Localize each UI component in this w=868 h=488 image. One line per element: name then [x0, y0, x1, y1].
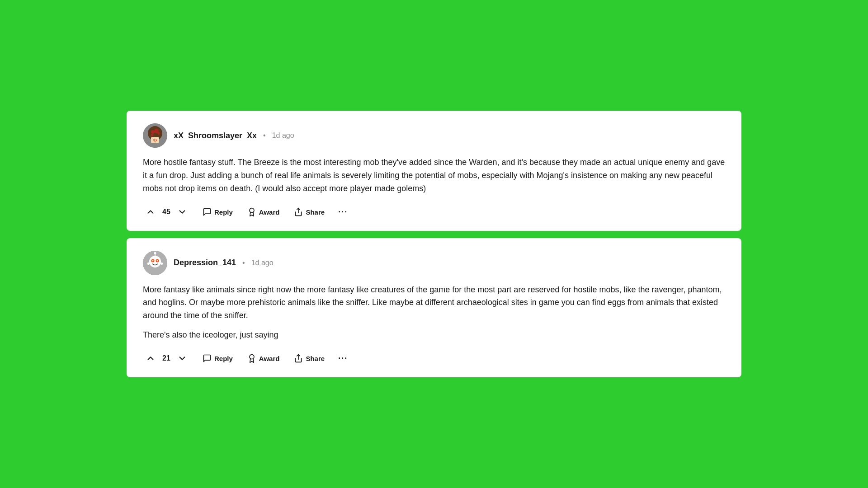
- timestamp-2: 1d ago: [251, 259, 274, 267]
- comment-text-2b: There's also the iceologer, just saying: [143, 328, 725, 342]
- upvote-button-2[interactable]: [143, 351, 158, 366]
- username-1: xX_Shroomslayer_Xx: [174, 131, 257, 141]
- actions-2: 21 Reply Award: [143, 351, 725, 366]
- award-button-2[interactable]: Award: [242, 351, 285, 366]
- svg-point-8: [250, 208, 254, 213]
- share-label-1: Share: [306, 208, 325, 216]
- reply-button-1[interactable]: Reply: [197, 204, 238, 220]
- award-label-2: Award: [259, 355, 280, 362]
- actions-1: 45 Reply Award: [143, 204, 725, 220]
- downvote-button-1[interactable]: [175, 204, 190, 220]
- share-button-2[interactable]: Share: [288, 351, 330, 366]
- share-button-1[interactable]: Share: [288, 204, 330, 220]
- vote-section-2: 21: [143, 351, 190, 366]
- svg-point-17: [154, 252, 156, 254]
- svg-point-6: [151, 134, 153, 136]
- vote-count-1: 45: [161, 208, 172, 216]
- comment-text-1: More hostile fantasy stuff. The Breeze i…: [143, 156, 725, 195]
- more-button-1[interactable]: ···: [334, 204, 352, 220]
- award-label-1: Award: [259, 208, 280, 216]
- reply-button-2[interactable]: Reply: [197, 351, 238, 366]
- vote-section-1: 45: [143, 204, 190, 220]
- timestamp-1: 1d ago: [272, 131, 294, 140]
- more-button-2[interactable]: ···: [334, 351, 352, 366]
- separator-2: •: [242, 259, 245, 267]
- comment-header-2: Depression_141 • 1d ago: [143, 251, 725, 275]
- upvote-button-1[interactable]: [143, 204, 158, 220]
- svg-point-18: [250, 355, 254, 359]
- downvote-button-2[interactable]: [175, 351, 190, 366]
- comment-card-2: Depression_141 • 1d ago More fantasy lik…: [127, 238, 741, 377]
- comment-body-1: More hostile fantasy stuff. The Breeze i…: [143, 156, 725, 195]
- svg-text:🍄: 🍄: [153, 138, 157, 143]
- comment-body-2: More fantasy like animals since right no…: [143, 283, 725, 342]
- avatar-2: [143, 251, 167, 275]
- separator-1: •: [263, 131, 266, 140]
- svg-point-14: [152, 260, 154, 261]
- comment-card-1: 🍄 xX_Shroomslayer_Xx • 1d ago More hosti…: [127, 111, 741, 230]
- vote-count-2: 21: [161, 354, 172, 362]
- avatar-1: 🍄: [143, 123, 167, 148]
- svg-point-3: [151, 130, 155, 134]
- reply-label-2: Reply: [214, 355, 233, 362]
- svg-point-15: [157, 260, 158, 261]
- svg-point-11: [149, 256, 161, 267]
- comment-text-2a: More fantasy like animals since right no…: [143, 283, 725, 322]
- svg-point-5: [157, 132, 160, 135]
- reply-label-1: Reply: [214, 208, 233, 216]
- comment-header-1: 🍄 xX_Shroomslayer_Xx • 1d ago: [143, 123, 725, 148]
- award-button-1[interactable]: Award: [242, 204, 285, 220]
- share-label-2: Share: [306, 355, 325, 362]
- username-2: Depression_141: [174, 258, 236, 267]
